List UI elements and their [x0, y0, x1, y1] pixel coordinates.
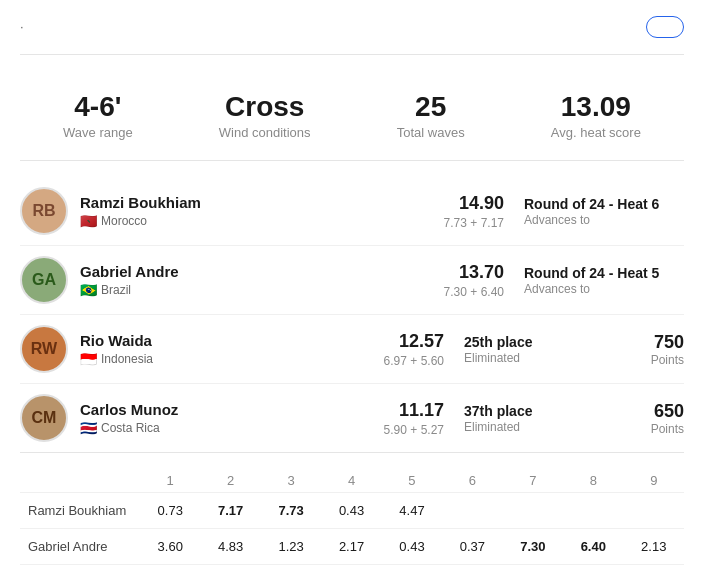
score-row-name: Ramzi Boukhiam	[20, 493, 140, 529]
page-header: ·	[20, 16, 684, 55]
stat-label-avg-score: Avg. heat score	[551, 125, 641, 140]
score-cell-9	[624, 565, 685, 572]
surfer-score-breakdown: 6.97 + 5.60	[384, 354, 444, 368]
stat-wind: Cross Wind conditions	[219, 91, 311, 140]
score-cell-8	[563, 493, 623, 529]
stat-avg-score: 13.09 Avg. heat score	[551, 91, 641, 140]
score-cell-7	[503, 493, 563, 529]
score-cell-9	[624, 493, 685, 529]
surfer-row: RW Rio Waida 🇮🇩 Indonesia 12.57 6.97 + 5…	[20, 315, 684, 384]
surfer-result: 25th place Eliminated	[464, 334, 624, 365]
stat-label-wave-range: Wave range	[63, 125, 133, 140]
surfer-country: 🇧🇷 Brazil	[80, 282, 444, 298]
surfer-points-section: 750 Points	[624, 332, 684, 367]
score-cell-3: 5.50	[261, 565, 321, 572]
surfer-points: 650	[624, 401, 684, 422]
stats-row: 4-6' Wave range Cross Wind conditions 25…	[20, 75, 684, 161]
stat-total-waves: 25 Total waves	[397, 91, 465, 140]
surfer-score-section: 13.70 7.30 + 6.40	[444, 262, 504, 299]
score-cell-6: 0.37	[442, 529, 502, 565]
watch-replay-button[interactable]	[646, 16, 684, 38]
score-col-8: 8	[563, 469, 623, 493]
score-cell-7	[503, 565, 563, 572]
score-cell-3: 1.23	[261, 529, 321, 565]
score-cell-1: 0.73	[140, 493, 200, 529]
score-col-name	[20, 469, 140, 493]
surfer-score-section: 11.17 5.90 + 5.27	[384, 400, 444, 437]
surfer-points-label: Points	[624, 422, 684, 436]
surfer-score-breakdown: 5.90 + 5.27	[384, 423, 444, 437]
score-cell-4: 1.77	[321, 565, 381, 572]
surfer-row: GA Gabriel Andre 🇧🇷 Brazil 13.70 7.30 + …	[20, 246, 684, 315]
score-cell-4: 2.17	[321, 529, 381, 565]
score-cell-1: 5.60	[140, 565, 200, 572]
score-col-7: 7	[503, 469, 563, 493]
surfer-name: Ramzi Boukhiam	[80, 194, 444, 211]
surfer-total-score: 11.17	[384, 400, 444, 421]
surfer-result-name: 25th place	[464, 334, 624, 350]
score-cell-8	[563, 565, 623, 572]
surfer-row: RB Ramzi Boukhiam 🇲🇦 Morocco 14.90 7.73 …	[20, 177, 684, 246]
surfer-points-label: Points	[624, 353, 684, 367]
surfers-list: RB Ramzi Boukhiam 🇲🇦 Morocco 14.90 7.73 …	[20, 177, 684, 453]
surfer-row: CM Carlos Munoz 🇨🇷 Costa Rica 11.17 5.90…	[20, 384, 684, 452]
surfer-country: 🇲🇦 Morocco	[80, 213, 444, 229]
surfer-result: Round of 24 - Heat 5 Advances to	[524, 265, 684, 296]
score-cell-5: 0.43	[382, 529, 442, 565]
country-flag: 🇨🇷	[80, 420, 97, 436]
score-col-2: 2	[200, 469, 260, 493]
surfer-result: Round of 24 - Heat 6 Advances to	[524, 196, 684, 227]
surfer-result-label: Advances to	[524, 213, 684, 227]
score-col-1: 1	[140, 469, 200, 493]
score-col-9: 9	[624, 469, 685, 493]
surfer-total-score: 13.70	[444, 262, 504, 283]
surfer-avatar: RW	[20, 325, 68, 373]
country-name: Costa Rica	[101, 421, 160, 435]
stat-label-wind: Wind conditions	[219, 125, 311, 140]
surfer-result-name: Round of 24 - Heat 5	[524, 265, 684, 281]
surfer-result-label: Advances to	[524, 282, 684, 296]
score-row-name: Rio Waida	[20, 565, 140, 572]
stat-value-total-waves: 25	[397, 91, 465, 123]
surfer-score-breakdown: 7.73 + 7.17	[444, 216, 504, 230]
surfer-info: Rio Waida 🇮🇩 Indonesia	[80, 332, 384, 367]
surfer-name: Rio Waida	[80, 332, 384, 349]
stat-value-avg-score: 13.09	[551, 91, 641, 123]
header-details: ·	[20, 19, 24, 34]
stat-wave-range: 4-6' Wave range	[63, 91, 133, 140]
surfer-points: 750	[624, 332, 684, 353]
surfer-avatar: RB	[20, 187, 68, 235]
surfer-total-score: 14.90	[444, 193, 504, 214]
score-cell-1: 3.60	[140, 529, 200, 565]
score-col-5: 5	[382, 469, 442, 493]
score-cell-6: 6.97	[442, 565, 502, 572]
score-cell-2: 4.83	[200, 529, 260, 565]
surfer-avatar: GA	[20, 256, 68, 304]
score-col-3: 3	[261, 469, 321, 493]
stat-value-wave-range: 4-6'	[63, 91, 133, 123]
score-table-row: Ramzi Boukhiam0.737.177.730.434.47	[20, 493, 684, 529]
score-cell-6	[442, 493, 502, 529]
surfer-points-section: 650 Points	[624, 401, 684, 436]
score-table-row: Gabriel Andre3.604.831.232.170.430.377.3…	[20, 529, 684, 565]
score-col-6: 6	[442, 469, 502, 493]
country-name: Indonesia	[101, 352, 153, 366]
surfer-result-name: Round of 24 - Heat 6	[524, 196, 684, 212]
surfer-result-label: Eliminated	[464, 351, 624, 365]
surfer-result-name: 37th place	[464, 403, 624, 419]
score-table-header: 123456789	[20, 469, 684, 493]
surfer-country: 🇨🇷 Costa Rica	[80, 420, 384, 436]
header-info: ·	[20, 16, 24, 34]
country-name: Morocco	[101, 214, 147, 228]
score-cell-5: 4.47	[382, 493, 442, 529]
score-cell-9: 2.13	[624, 529, 685, 565]
score-col-4: 4	[321, 469, 381, 493]
surfer-info: Gabriel Andre 🇧🇷 Brazil	[80, 263, 444, 298]
score-cell-3: 7.73	[261, 493, 321, 529]
score-cell-7: 7.30	[503, 529, 563, 565]
surfer-info: Carlos Munoz 🇨🇷 Costa Rica	[80, 401, 384, 436]
scorecard: 123456789 Ramzi Boukhiam0.737.177.730.43…	[20, 469, 684, 571]
score-table: 123456789 Ramzi Boukhiam0.737.177.730.43…	[20, 469, 684, 571]
header-subtitle: ·	[20, 19, 24, 34]
surfer-total-score: 12.57	[384, 331, 444, 352]
